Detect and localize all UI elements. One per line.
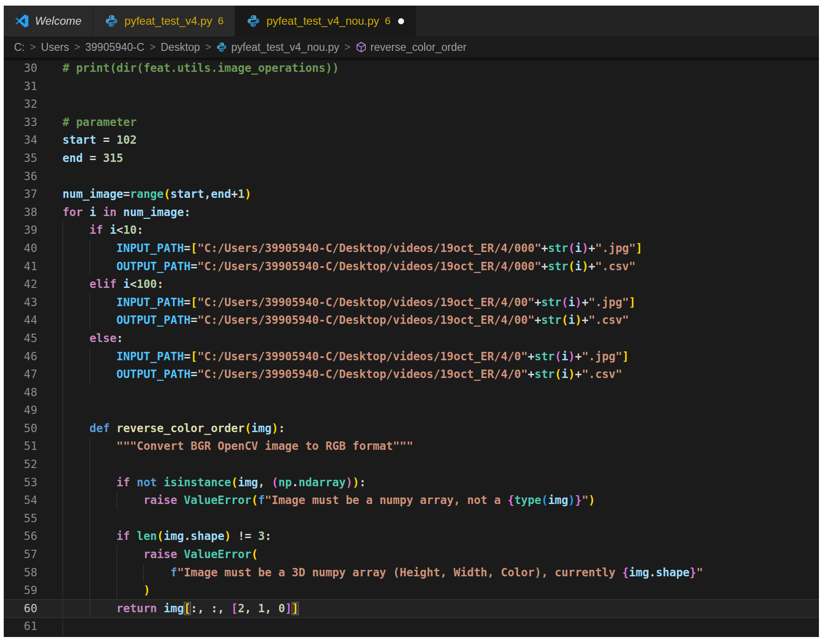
token-pu: , [204,188,210,201]
token-v: start [170,188,204,201]
line-content: return img[:, :, [2, 1, 0]] [37,600,819,618]
token-b1: ) [352,476,359,489]
token-nm: 102 [117,133,137,147]
token-pu: = [83,152,103,165]
code-line-59[interactable]: 59 ) [4,581,819,600]
token-st: "Image must be a 3D numpy array (Height,… [177,566,622,579]
code-line-36[interactable]: 36 [4,168,819,186]
line-content: else: [37,329,819,348]
token-bi: isinstance [164,476,231,489]
code-line-57[interactable]: 57 raise ValueError( [4,546,819,564]
line-content: # parameter [37,113,819,132]
token-v: shape [191,530,224,543]
token-b2: ) [568,350,575,363]
line-number: 52 [4,455,37,474]
indent-guide [90,546,90,564]
code-line-33[interactable]: 33# parameter [4,113,819,132]
line-number: 42 [4,275,37,294]
token-pu: != [231,530,258,543]
code-line-61[interactable]: 61 [4,617,819,636]
breadcrumb-item-users[interactable]: Users [41,41,69,54]
code-editor[interactable]: 30# print(dir(feat.utils.image_operation… [4,58,819,637]
token-b2: ( [561,296,568,309]
chevron-right-icon: > [149,41,155,53]
breadcrumb-item-desktop[interactable]: Desktop [161,41,200,54]
token-b1: ) [143,584,150,597]
token-pu: < [117,224,123,237]
code-line-46[interactable]: 46 INPUT_PATH=["C:/Users/39905940-C/Desk… [4,348,819,366]
code-line-37[interactable]: 37num_image=range(start,end+1) [4,185,819,203]
vscode-window: Welcome pyfeat_test_v4.py 6 pyfeat_test_… [4,6,819,637]
breadcrumb-item-drive[interactable]: C: [14,41,25,54]
breadcrumb-item-symbol[interactable]: reverse_color_order [356,41,467,54]
code-line-32[interactable]: 32 [4,95,819,113]
token-pu: : [157,278,163,291]
indent-guide [117,491,117,510]
line-content [37,455,819,474]
token-nm: 100 [137,278,157,291]
token-kw: in [103,206,117,219]
indent-guide [117,581,117,600]
line-content: for i in num_image: [37,203,819,222]
line-number: 59 [4,581,37,600]
code-line-49[interactable]: 49 [4,401,819,420]
breadcrumb-item-file[interactable]: pyfeat_test_v4_nou.py [216,41,339,54]
indent-guide [63,600,63,618]
code-line-31[interactable]: 31 [4,77,819,96]
token-bi: str [541,296,561,309]
token-v: i [561,368,568,381]
line-content: INPUT_PATH=["C:/Users/39905940-C/Desktop… [37,348,819,366]
indent-guide [63,581,63,600]
token-pu [96,206,103,219]
code-line-56[interactable]: 56 if len(img.shape) != 3: [4,527,819,546]
code-line-43[interactable]: 43 INPUT_PATH=["C:/Users/39905940-C/Desk… [4,294,819,312]
line-number: 31 [4,77,37,96]
code-line-40[interactable]: 40 INPUT_PATH=["C:/Users/39905940-C/Desk… [4,239,819,258]
token-b1: ] [622,350,629,363]
code-line-60[interactable]: 60 return img[:, :, [2, 1, 0]] [4,600,819,618]
line-content: if len(img.shape) != 3: [37,527,819,546]
code-line-38[interactable]: 38for i in num_image: [4,203,819,222]
code-line-48[interactable]: 48 [4,384,819,402]
indent-guide [143,564,144,582]
code-line-39[interactable]: 39 if i<10: [4,221,819,239]
line-content: if not isinstance(img, (np.ndarray)): [37,474,819,492]
indent-guide [90,510,90,528]
token-kw: for [63,206,83,219]
line-content: f"Image must be a 3D numpy array (Height… [37,564,819,582]
token-pu: , [245,602,258,615]
modified-dot-icon[interactable] [398,18,404,24]
token-nm: 2 [238,602,245,615]
line-content: INPUT_PATH=["C:/Users/39905940-C/Desktop… [37,294,819,312]
code-line-41[interactable]: 41 OUTPUT_PATH="C:/Users/39905940-C/Desk… [4,258,819,276]
line-content [37,95,819,113]
token-pu: + [588,242,595,255]
line-number: 39 [4,221,37,239]
token-b1: ] [636,242,642,255]
token-st: ".jpg" [582,350,622,363]
token-v: i [110,224,116,237]
code-line-35[interactable]: 35end = 315 [4,149,819,168]
tab-pyfeat-test-v4-nou[interactable]: pyfeat_test_v4_nou.py 6 [235,6,416,36]
code-line-53[interactable]: 53 if not isinstance(img, (np.ndarray)): [4,474,819,492]
code-line-45[interactable]: 45 else: [4,329,819,348]
token-b1: ) [588,494,595,507]
code-line-58[interactable]: 58 f"Image must be a 3D numpy array (Hei… [4,564,819,582]
code-line-47[interactable]: 47 OUTPUT_PATH="C:/Users/39905940-C/Desk… [4,365,819,384]
code-line-52[interactable]: 52 [4,455,819,474]
indent-guide [90,455,90,474]
token-v: start [63,133,96,147]
code-line-55[interactable]: 55 [4,510,819,528]
tab-welcome[interactable]: Welcome [4,6,93,36]
breadcrumb-item-user[interactable]: 39905940-C [85,41,145,54]
code-line-54[interactable]: 54 raise ValueError(f"Image must be a nu… [4,491,819,510]
tab-pyfeat-test-v4[interactable]: pyfeat_test_v4.py 6 [93,6,235,36]
code-line-34[interactable]: 34start = 102 [4,131,819,149]
token-v: i [575,242,581,255]
code-line-42[interactable]: 42 elif i<100: [4,275,819,294]
code-line-51[interactable]: 51 """Convert BGR OpenCV image to RGB fo… [4,437,819,455]
code-line-44[interactable]: 44 OUTPUT_PATH="C:/Users/39905940-C/Desk… [4,311,819,329]
code-line-30[interactable]: 30# print(dir(feat.utils.image_operation… [4,59,819,77]
code-line-50[interactable]: 50 def reverse_color_order(img): [4,420,819,438]
indent-guide [117,564,117,582]
